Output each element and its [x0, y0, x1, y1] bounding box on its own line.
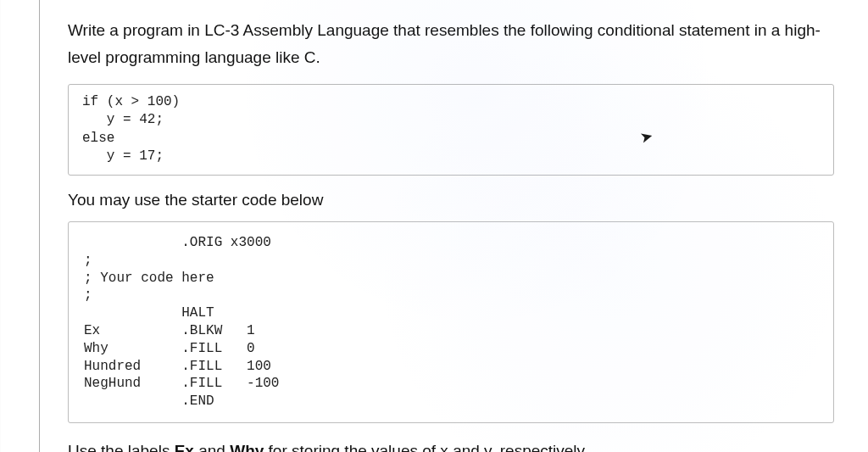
c-code: if (x > 100) y = 42; else y = 17; — [82, 93, 820, 166]
final-note-prefix: Use the labels — [68, 442, 175, 452]
label-ex: Ex — [175, 442, 194, 452]
question-intro: Write a program in LC-3 Assembly Languag… — [68, 17, 834, 72]
starter-prompt: You may use the starter code below — [68, 191, 834, 209]
starter-code: .ORIG x3000 ; ; Your code here ; HALT Ex… — [84, 234, 818, 410]
starter-code-box: .ORIG x3000 ; ; Your code here ; HALT Ex… — [68, 221, 834, 423]
left-margin-rule — [39, 0, 40, 452]
final-note-suffix: for storing the values of x and y, respe… — [264, 442, 585, 452]
c-code-box: if (x > 100) y = 42; else y = 17; — [68, 84, 834, 176]
final-note: Use the labels Ex and Why for storing th… — [68, 442, 834, 452]
label-why: Why — [230, 442, 264, 452]
final-note-middle: and — [194, 442, 230, 452]
